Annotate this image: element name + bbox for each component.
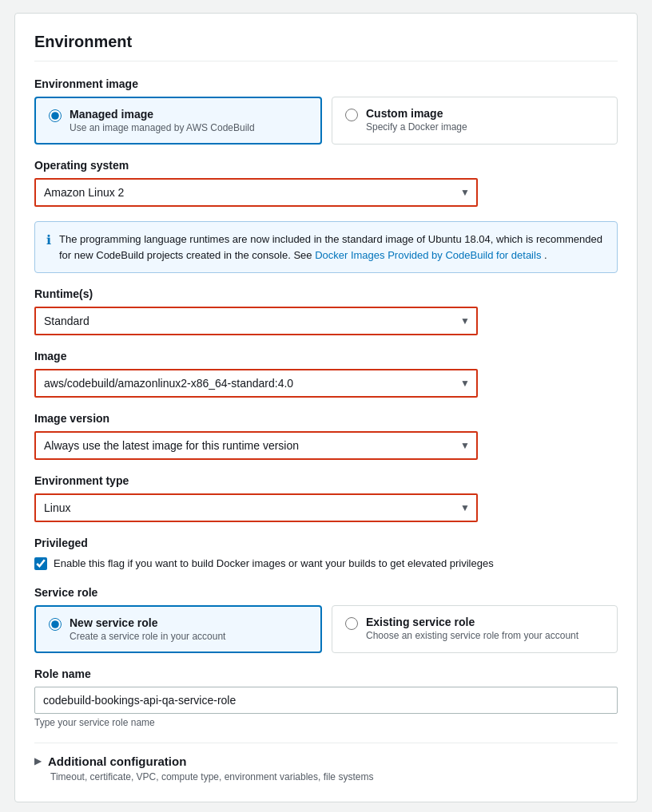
info-box: ℹ The programming language runtimes are … bbox=[34, 221, 618, 273]
additional-config-toggle[interactable]: ▶ Additional configuration bbox=[34, 755, 618, 768]
additional-config-subtitle: Timeout, certificate, VPC, compute type,… bbox=[50, 771, 618, 782]
operating-system-select[interactable]: Amazon Linux 2 Ubuntu Windows Server 201… bbox=[34, 178, 478, 207]
service-role-label: Service role bbox=[34, 586, 618, 599]
environment-card: Environment Environment image Managed im… bbox=[14, 13, 638, 802]
image-select-wrapper: aws/codebuild/amazonlinux2-x86_64-standa… bbox=[34, 369, 478, 398]
runtimes-select[interactable]: Standard bbox=[34, 307, 478, 335]
service-role-radio-group: New service role Create a service role i… bbox=[34, 605, 618, 653]
image-select[interactable]: aws/codebuild/amazonlinux2-x86_64-standa… bbox=[34, 369, 478, 398]
role-name-hint: Type your service role name bbox=[34, 717, 618, 728]
existing-service-role-title: Existing service role bbox=[366, 616, 578, 628]
new-service-role-title: New service role bbox=[70, 616, 225, 629]
existing-service-role-desc: Choose an existing service role from you… bbox=[366, 630, 578, 641]
privileged-label: Privileged bbox=[34, 537, 618, 549]
image-group: Image aws/codebuild/amazonlinux2-x86_64-… bbox=[34, 350, 618, 398]
privileged-checkbox[interactable] bbox=[34, 557, 47, 570]
environment-image-label: Environment image bbox=[34, 77, 618, 90]
chevron-right-icon: ▶ bbox=[34, 755, 42, 766]
environment-image-radio-group: Managed image Use an image managed by AW… bbox=[34, 97, 618, 145]
image-version-select[interactable]: Always use the latest image for this run… bbox=[34, 431, 478, 460]
existing-service-role-option[interactable]: Existing service role Choose an existing… bbox=[332, 605, 618, 653]
new-service-role-radio[interactable] bbox=[49, 618, 62, 631]
runtimes-select-wrapper: Standard ▼ bbox=[34, 307, 478, 335]
managed-image-desc: Use an image managed by AWS CodeBuild bbox=[70, 122, 255, 133]
custom-image-option[interactable]: Custom image Specify a Docker image bbox=[332, 97, 618, 145]
image-version-label: Image version bbox=[34, 412, 618, 425]
managed-image-radio[interactable] bbox=[49, 109, 62, 122]
info-icon: ℹ bbox=[46, 232, 51, 248]
custom-image-radio[interactable] bbox=[345, 109, 358, 121]
environment-image-group: Environment image Managed image Use an i… bbox=[34, 77, 618, 145]
additional-config-title: Additional configuration bbox=[48, 755, 186, 768]
image-version-select-wrapper: Always use the latest image for this run… bbox=[34, 431, 478, 460]
operating-system-label: Operating system bbox=[34, 159, 618, 172]
image-version-group: Image version Always use the latest imag… bbox=[34, 412, 618, 460]
environment-type-label: Environment type bbox=[34, 474, 618, 487]
role-name-label: Role name bbox=[34, 667, 618, 680]
role-name-group: Role name Type your service role name bbox=[34, 667, 618, 728]
privileged-checkbox-label: Enable this flag if you want to build Do… bbox=[54, 556, 494, 572]
privileged-group: Privileged Enable this flag if you want … bbox=[34, 537, 618, 572]
custom-image-title: Custom image bbox=[366, 107, 467, 120]
environment-type-select-wrapper: Linux Linux GPU ARM ▼ bbox=[34, 493, 478, 522]
additional-config-section: ▶ Additional configuration Timeout, cert… bbox=[34, 743, 618, 782]
existing-service-role-radio[interactable] bbox=[345, 617, 358, 630]
info-text: The programming language runtimes are no… bbox=[59, 232, 606, 263]
runtimes-label: Runtime(s) bbox=[34, 287, 618, 300]
managed-image-title: Managed image bbox=[70, 108, 255, 121]
role-name-input[interactable] bbox=[34, 687, 618, 714]
managed-image-option[interactable]: Managed image Use an image managed by AW… bbox=[34, 97, 322, 145]
privileged-checkbox-row: Enable this flag if you want to build Do… bbox=[34, 556, 618, 572]
image-label: Image bbox=[34, 350, 618, 362]
codebuild-images-link[interactable]: Docker Images Provided by CodeBuild for … bbox=[315, 249, 541, 261]
service-role-group: Service role New service role Create a s… bbox=[34, 586, 618, 653]
environment-type-select[interactable]: Linux Linux GPU ARM bbox=[34, 493, 478, 522]
environment-type-group: Environment type Linux Linux GPU ARM ▼ bbox=[34, 474, 618, 522]
section-title: Environment bbox=[34, 33, 618, 61]
runtimes-group: Runtime(s) Standard ▼ bbox=[34, 287, 618, 335]
operating-system-group: Operating system Amazon Linux 2 Ubuntu W… bbox=[34, 159, 618, 207]
custom-image-desc: Specify a Docker image bbox=[366, 121, 467, 133]
new-service-role-option[interactable]: New service role Create a service role i… bbox=[34, 605, 322, 653]
new-service-role-desc: Create a service role in your account bbox=[70, 631, 225, 642]
operating-system-select-wrapper: Amazon Linux 2 Ubuntu Windows Server 201… bbox=[34, 178, 478, 207]
